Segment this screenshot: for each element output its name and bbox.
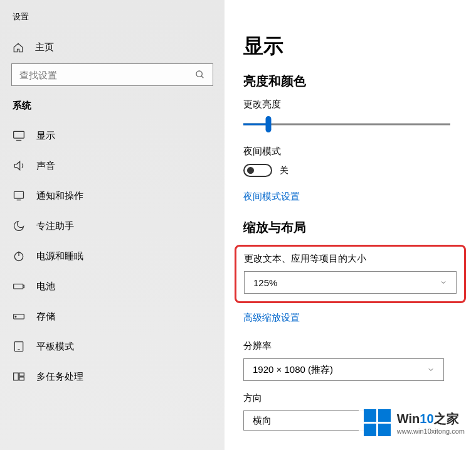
svg-rect-2 — [14, 131, 24, 138]
slider-thumb[interactable] — [265, 116, 271, 132]
brightness-slider[interactable] — [243, 117, 450, 132]
sidebar-item-label: 通知和操作 — [36, 190, 83, 202]
sidebar-item-label: 电池 — [36, 281, 55, 292]
sidebar-item-storage[interactable]: 存储 — [0, 301, 225, 331]
sidebar-item-display[interactable]: 显示 — [0, 121, 225, 151]
battery-icon — [13, 280, 25, 292]
sidebar: 设置 主页 系统 显示 声音 — [0, 0, 225, 450]
svg-line-1 — [201, 76, 203, 78]
scale-value: 125% — [253, 277, 277, 288]
svg-rect-14 — [19, 373, 24, 376]
watermark-url: www.win10xitong.com — [397, 427, 465, 435]
content-area: 显示 亮度和颜色 更改亮度 夜间模式 关 夜间模式设置 缩放与布局 更改文本、应… — [225, 0, 476, 450]
category-title: 系统 — [0, 100, 225, 121]
svg-point-0 — [196, 71, 202, 77]
resolution-value: 1920 × 1080 (推荐) — [253, 364, 333, 376]
sidebar-item-focus[interactable]: 专注助手 — [0, 211, 225, 241]
search-input[interactable] — [19, 70, 182, 80]
sidebar-item-tablet[interactable]: 平板模式 — [0, 331, 225, 362]
resolution-label: 分辨率 — [243, 340, 457, 352]
night-mode-label: 夜间模式 — [243, 146, 457, 158]
svg-rect-13 — [14, 373, 19, 380]
sidebar-item-label: 存储 — [36, 311, 55, 323]
home-icon — [13, 42, 24, 53]
sidebar-item-notifications[interactable]: 通知和操作 — [0, 181, 225, 211]
notifications-icon — [13, 190, 25, 202]
sidebar-item-label: 显示 — [36, 130, 55, 142]
sidebar-item-label: 声音 — [36, 160, 55, 172]
chevron-down-icon — [440, 279, 447, 286]
sidebar-item-label: 专注助手 — [36, 220, 74, 232]
tablet-icon — [13, 340, 25, 353]
app-title: 设置 — [0, 11, 225, 36]
night-mode-settings-link[interactable]: 夜间模式设置 — [243, 191, 457, 203]
sidebar-item-multitask[interactable]: 多任务处理 — [0, 362, 225, 392]
orientation-value: 横向 — [253, 415, 272, 427]
home-label: 主页 — [35, 41, 54, 53]
power-icon — [13, 250, 25, 262]
highlight-box: 更改文本、应用等项目的大小 125% — [235, 245, 466, 303]
search-icon — [195, 70, 205, 80]
orientation-label: 方向 — [243, 392, 457, 404]
advanced-scale-link[interactable]: 高级缩放设置 — [243, 312, 457, 324]
display-icon — [13, 129, 25, 142]
resolution-dropdown[interactable]: 1920 × 1080 (推荐) — [243, 358, 444, 381]
focus-icon — [13, 220, 25, 232]
sidebar-item-label: 多任务处理 — [36, 371, 83, 383]
sound-icon — [13, 159, 25, 172]
brightness-label: 更改亮度 — [243, 99, 457, 110]
chevron-down-icon — [427, 366, 435, 373]
orientation-dropdown[interactable]: 横向 — [243, 410, 375, 431]
sidebar-item-sound[interactable]: 声音 — [0, 151, 225, 181]
sidebar-item-label: 电源和睡眠 — [36, 250, 83, 262]
search-input-container[interactable] — [11, 63, 213, 86]
sidebar-item-battery[interactable]: 电池 — [0, 271, 225, 301]
watermark-brand: Win10之家 — [397, 410, 465, 427]
page-title: 显示 — [243, 33, 457, 60]
night-mode-toggle[interactable] — [243, 164, 272, 177]
scale-dropdown[interactable]: 125% — [244, 271, 457, 294]
storage-icon — [13, 310, 25, 323]
section-title-brightness: 亮度和颜色 — [243, 73, 457, 90]
svg-rect-4 — [14, 191, 24, 198]
svg-rect-15 — [19, 377, 24, 380]
scale-label: 更改文本、应用等项目的大小 — [244, 253, 457, 265]
toggle-state: 关 — [280, 165, 288, 176]
svg-rect-8 — [23, 285, 24, 287]
svg-rect-7 — [14, 284, 23, 289]
sidebar-item-power[interactable]: 电源和睡眠 — [0, 241, 225, 271]
sidebar-item-label: 平板模式 — [36, 341, 74, 353]
sidebar-home[interactable]: 主页 — [0, 36, 225, 63]
multitask-icon — [13, 370, 25, 383]
svg-point-10 — [15, 316, 16, 318]
watermark: Win10之家 www.win10xitong.com — [359, 407, 470, 439]
windows-logo-icon — [364, 409, 391, 436]
section-title-scale: 缩放与布局 — [243, 219, 457, 236]
